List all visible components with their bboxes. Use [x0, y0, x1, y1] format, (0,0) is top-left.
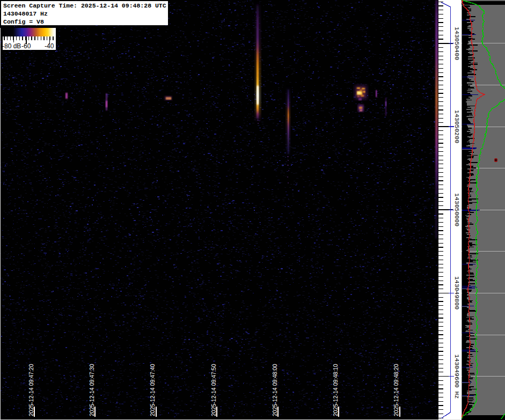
svg-text:143050200: 143050200	[453, 110, 460, 143]
svg-text:143049600 Hz: 143049600 Hz	[453, 355, 460, 399]
svg-text:2025-12-14 09:48:20: 2025-12-14 09:48:20	[393, 364, 399, 416]
svg-text:2025-12-14 09:47:30: 2025-12-14 09:47:30	[89, 364, 95, 416]
svg-text:2025-12-14 09:48:00: 2025-12-14 09:48:00	[272, 364, 278, 416]
svg-text:143050000: 143050000	[453, 193, 460, 226]
svg-text:2025-12-14 09:48:10: 2025-12-14 09:48:10	[332, 364, 339, 416]
svg-text:2025-12-14 09:47:50: 2025-12-14 09:47:50	[210, 364, 217, 416]
svg-text:2025-12-14 09:47:20: 2025-12-14 09:47:20	[28, 364, 34, 416]
svg-text:2025-12-14 09:47:40: 2025-12-14 09:47:40	[149, 364, 156, 416]
svg-text:143050400: 143050400	[453, 27, 460, 60]
svg-text:143049800: 143049800	[453, 276, 460, 310]
